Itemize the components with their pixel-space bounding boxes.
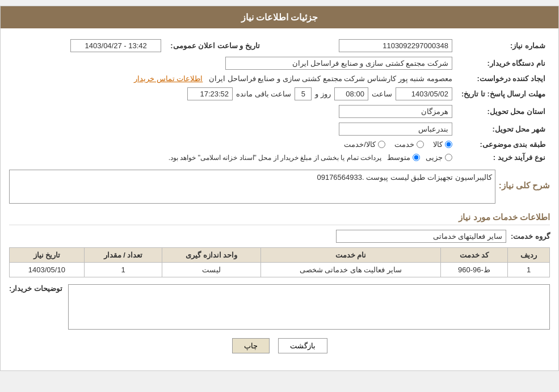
buyer-desc-label: توضیحات خریدار: bbox=[9, 284, 62, 293]
process-motavasset[interactable]: متوسط bbox=[387, 153, 420, 162]
print-button[interactable]: چاپ bbox=[232, 338, 270, 353]
service-group-box: سایر فعالیتهای خدماتی bbox=[336, 230, 506, 243]
requester-text: معصومه شنبه پور کارشناس شرکت مجتمع کشتی … bbox=[209, 74, 452, 83]
process-jozii-radio[interactable] bbox=[445, 154, 452, 161]
buyer-org-row: نام دستگاه خریدار: شرکت مجتمع کشتی سازی … bbox=[9, 54, 550, 72]
content: شماره نیاز: 1103092297000348 تاریخ و ساع… bbox=[1, 28, 558, 370]
announce-datetime-value: 1403/04/27 - 13:42 bbox=[9, 37, 166, 54]
city-row: شهر محل تحویل: بندرعباس bbox=[9, 120, 550, 138]
announce-datetime-label: تاریخ و ساعت اعلان عمومی: bbox=[166, 37, 264, 54]
buyer-desc-box-wrapper bbox=[68, 284, 550, 330]
classification-khedmat-label: خدمت bbox=[394, 140, 414, 149]
col-name: نام خدمت bbox=[261, 248, 441, 263]
page-title: جزئیات اطلاعات نیاز bbox=[241, 12, 318, 22]
process-row: نوع فرآیند خرید : جزیی متوسط پرداخت bbox=[9, 151, 550, 164]
process-label: نوع فرآیند خرید : bbox=[457, 151, 550, 164]
requester-value: معصومه شنبه پور کارشناس شرکت مجتمع کشتی … bbox=[9, 72, 457, 85]
col-date: تاریخ نیاز bbox=[10, 248, 85, 263]
need-number-box: 1103092297000348 bbox=[339, 39, 452, 52]
process-jozii[interactable]: جزیی bbox=[426, 153, 452, 162]
classification-label: طبقه بندی موضوعی: bbox=[457, 138, 550, 151]
response-days-box: 5 bbox=[295, 87, 312, 100]
city-label: شهر محل تحویل: bbox=[457, 120, 550, 138]
classification-khedmat-radio[interactable] bbox=[417, 141, 424, 148]
back-button[interactable]: بازگشت bbox=[278, 338, 327, 353]
description-box-wrapper: کالیبراسیون تجهیزات طبق لیست پیوست .0917… bbox=[9, 170, 495, 204]
response-deadline-label: مهلت ارسال پاسخ: تا تاریخ: bbox=[457, 85, 550, 103]
classification-kala-radio[interactable] bbox=[445, 141, 452, 148]
process-note: پرداخت تمام یا بخشی از مبلغ خریدار از مح… bbox=[169, 154, 381, 162]
page-header: جزئیات اطلاعات نیاز bbox=[1, 6, 558, 28]
btn-row: بازگشت چاپ bbox=[9, 338, 550, 353]
classification-options: کالا خدمت کالا/خدمت bbox=[9, 138, 457, 151]
classification-khedmat[interactable]: خدمت bbox=[394, 140, 424, 149]
page-wrapper: جزئیات اطلاعات نیاز شماره نیاز: 11030922… bbox=[0, 6, 559, 371]
classification-radio-group: کالا خدمت کالا/خدمت bbox=[14, 140, 452, 149]
response-time-box: 08:00 bbox=[334, 87, 368, 100]
col-row: ردیف bbox=[508, 248, 550, 263]
province-box: هرمزگان bbox=[339, 105, 452, 118]
description-section: شرح کلی نیاز: کالیبراسیون تجهیزات طبق لی… bbox=[9, 170, 550, 204]
info-grid: شماره نیاز: 1103092297000348 تاریخ و ساع… bbox=[9, 37, 550, 164]
classification-kala[interactable]: کالا bbox=[433, 140, 452, 149]
cell-name: سایر فعالیت های خدماتی شخصی bbox=[261, 263, 441, 277]
response-remaining-label: ساعت باقی مانده bbox=[236, 90, 291, 98]
province-label: استان محل تحویل: bbox=[457, 103, 550, 120]
requester-label: ایجاد کننده درخواست: bbox=[457, 72, 550, 85]
process-options: جزیی متوسط پرداخت تمام یا بخشی از مبلغ خ… bbox=[9, 151, 457, 164]
requester-row: ایجاد کننده درخواست: معصومه شنبه پور کار… bbox=[9, 72, 550, 85]
services-section-title: اطلاعات خدمات مورد نیاز bbox=[9, 212, 550, 225]
process-motavasset-label: متوسط bbox=[387, 153, 410, 162]
cell-date: 1403/05/10 bbox=[10, 263, 85, 277]
cell-quantity: 1 bbox=[84, 263, 162, 277]
need-number-label: شماره نیاز: bbox=[457, 37, 550, 54]
response-day-label: روز و bbox=[315, 90, 331, 98]
classification-kala-khedmat[interactable]: کالا/خدمت bbox=[344, 140, 385, 149]
col-qty: تعداد / مقدار bbox=[84, 248, 162, 263]
classification-kala-khedmat-radio[interactable] bbox=[378, 141, 385, 148]
process-jozii-label: جزیی bbox=[426, 153, 443, 162]
cell-unit: لیست bbox=[162, 263, 261, 277]
announce-datetime-box: 1403/04/27 - 13:42 bbox=[70, 39, 161, 52]
classification-kala-label: کالا bbox=[433, 140, 443, 149]
service-group-row: گروه خدمت: سایر فعالیتهای خدماتی bbox=[9, 230, 550, 243]
buyer-org-box: شرکت مجتمع کشتی سازی و صنایع فراساحل ایر… bbox=[225, 57, 452, 70]
city-value: بندرعباس bbox=[9, 120, 457, 138]
classification-kala-khedmat-label: کالا/خدمت bbox=[344, 140, 376, 149]
response-deadline-row: مهلت ارسال پاسخ: تا تاریخ: 1403/05/02 سا… bbox=[9, 85, 550, 103]
buyer-org-label: نام دستگاه خریدار: bbox=[457, 54, 550, 72]
process-radio-row: جزیی متوسط پرداخت تمام یا بخشی از مبلغ خ… bbox=[14, 153, 452, 162]
province-value: هرمزگان bbox=[9, 103, 457, 120]
response-deadline-value: 1403/05/02 ساعت 08:00 روز و 5 ساعت باقی … bbox=[9, 85, 457, 103]
requester-link[interactable]: اطلاعات تماس خریدار bbox=[134, 74, 203, 83]
need-number-row: شماره نیاز: 1103092297000348 تاریخ و ساع… bbox=[9, 37, 550, 54]
services-table-header-row: ردیف کد خدمت نام خدمت واحد اندازه گیری ت… bbox=[10, 248, 550, 263]
need-number-value: 1103092297000348 bbox=[264, 37, 457, 54]
service-group-label: گروه خدمت: bbox=[511, 232, 550, 241]
process-motavasset-radio[interactable] bbox=[413, 154, 420, 161]
response-remaining-box: 17:23:52 bbox=[187, 87, 233, 100]
response-date-row: 1403/05/02 ساعت 08:00 روز و 5 ساعت باقی … bbox=[14, 87, 452, 100]
description-section-title: شرح کلی نیاز: bbox=[499, 180, 550, 193]
province-row: استان محل تحویل: هرمزگان bbox=[9, 103, 550, 120]
response-time-label: ساعت bbox=[372, 90, 392, 98]
response-date-box: 1403/05/02 bbox=[396, 87, 452, 100]
description-box: کالیبراسیون تجهیزات طبق لیست پیوست .0917… bbox=[9, 170, 495, 204]
services-table: ردیف کد خدمت نام خدمت واحد اندازه گیری ت… bbox=[9, 247, 550, 277]
buyer-org-value: شرکت مجتمع کشتی سازی و صنایع فراساحل ایر… bbox=[9, 54, 457, 72]
col-unit: واحد اندازه گیری bbox=[162, 248, 261, 263]
col-code: کد خدمت bbox=[440, 248, 507, 263]
classification-row: طبقه بندی موضوعی: کالا خدمت bbox=[9, 138, 550, 151]
buyer-desc-box bbox=[68, 284, 550, 330]
buyer-desc-section: توضیحات خریدار: bbox=[9, 284, 550, 330]
cell-code: ط-96-960 bbox=[440, 263, 507, 277]
table-row: 1ط-96-960سایر فعالیت های خدماتی شخصیلیست… bbox=[10, 263, 550, 277]
city-box: بندرعباس bbox=[339, 123, 452, 136]
cell-row: 1 bbox=[508, 263, 550, 277]
